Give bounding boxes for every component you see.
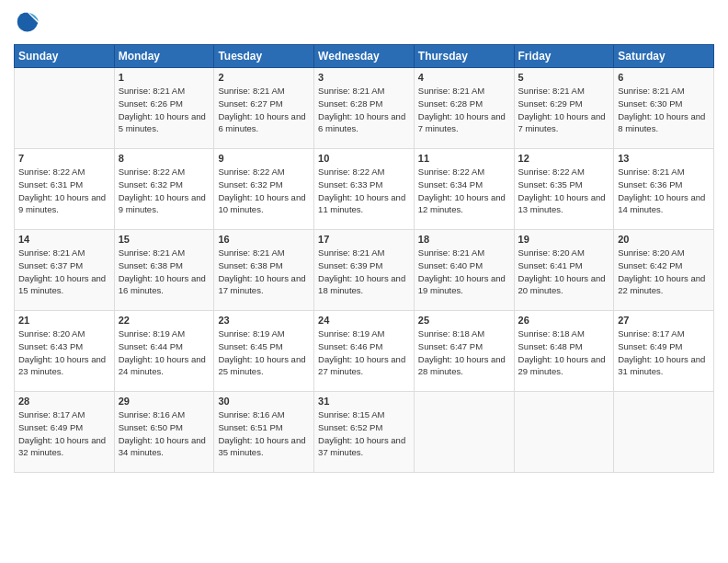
calendar-cell <box>414 392 514 473</box>
calendar-week-row: 28Sunrise: 8:17 AMSunset: 6:49 PMDayligh… <box>15 392 714 473</box>
weekday-header-saturday: Saturday <box>614 45 714 68</box>
weekday-header-row: SundayMondayTuesdayWednesdayThursdayFrid… <box>15 45 714 68</box>
day-info: Sunrise: 8:21 AMSunset: 6:36 PMDaylight:… <box>618 166 710 216</box>
sunrise: Sunrise: 8:21 AM <box>618 86 684 96</box>
sunset: Sunset: 6:40 PM <box>418 260 483 270</box>
day-info: Sunrise: 8:21 AMSunset: 6:28 PMDaylight:… <box>318 85 410 135</box>
calendar-cell: 18Sunrise: 8:21 AMSunset: 6:40 PMDayligh… <box>414 230 514 311</box>
daylight: Daylight: 10 hours and 19 minutes. <box>418 273 506 296</box>
day-info: Sunrise: 8:19 AMSunset: 6:45 PMDaylight:… <box>218 327 310 378</box>
day-info: Sunrise: 8:22 AMSunset: 6:35 PMDaylight:… <box>518 166 610 216</box>
day-info: Sunrise: 8:19 AMSunset: 6:46 PMDaylight:… <box>318 327 410 378</box>
daylight: Daylight: 10 hours and 6 minutes. <box>218 111 305 134</box>
sunrise: Sunrise: 8:21 AM <box>18 247 85 258</box>
calendar-cell: 6Sunrise: 8:21 AMSunset: 6:30 PMDaylight… <box>614 68 714 149</box>
sunset: Sunset: 6:26 PM <box>119 98 183 109</box>
sunset: Sunset: 6:34 PM <box>418 179 483 190</box>
sunset: Sunset: 6:45 PM <box>218 341 282 351</box>
daylight: Daylight: 10 hours and 34 minutes. <box>119 435 206 458</box>
sunrise: Sunrise: 8:22 AM <box>218 167 284 177</box>
sunset: Sunset: 6:39 PM <box>318 260 382 270</box>
calendar-cell: 4Sunrise: 8:21 AMSunset: 6:28 PMDaylight… <box>414 68 514 149</box>
day-info: Sunrise: 8:15 AMSunset: 6:52 PMDaylight:… <box>318 408 410 459</box>
sunset: Sunset: 6:27 PM <box>218 98 282 109</box>
sunrise: Sunrise: 8:21 AM <box>418 247 484 258</box>
day-number: 13 <box>618 153 710 164</box>
day-number: 17 <box>318 234 410 245</box>
calendar-cell: 17Sunrise: 8:21 AMSunset: 6:39 PMDayligh… <box>314 230 415 311</box>
day-info: Sunrise: 8:18 AMSunset: 6:47 PMDaylight:… <box>418 327 510 378</box>
day-info: Sunrise: 8:20 AMSunset: 6:43 PMDaylight:… <box>18 327 110 378</box>
page-header <box>14 9 714 37</box>
calendar-cell: 19Sunrise: 8:20 AMSunset: 6:41 PMDayligh… <box>514 230 614 311</box>
daylight: Daylight: 10 hours and 15 minutes. <box>18 273 106 296</box>
day-number: 23 <box>218 315 310 326</box>
day-number: 29 <box>119 396 210 407</box>
day-number: 5 <box>518 72 610 83</box>
daylight: Daylight: 10 hours and 24 minutes. <box>119 354 206 377</box>
weekday-header-monday: Monday <box>114 45 214 68</box>
weekday-header-tuesday: Tuesday <box>214 45 314 68</box>
daylight: Daylight: 10 hours and 17 minutes. <box>218 273 305 296</box>
day-info: Sunrise: 8:22 AMSunset: 6:32 PMDaylight:… <box>119 166 210 216</box>
daylight: Daylight: 10 hours and 9 minutes. <box>119 192 206 215</box>
day-info: Sunrise: 8:21 AMSunset: 6:37 PMDaylight:… <box>18 247 110 297</box>
daylight: Daylight: 10 hours and 35 minutes. <box>218 435 305 458</box>
sunrise: Sunrise: 8:21 AM <box>618 167 684 177</box>
day-info: Sunrise: 8:16 AMSunset: 6:50 PMDaylight:… <box>119 408 210 459</box>
day-info: Sunrise: 8:16 AMSunset: 6:51 PMDaylight:… <box>218 408 310 459</box>
calendar-cell: 23Sunrise: 8:19 AMSunset: 6:45 PMDayligh… <box>214 311 314 392</box>
sunset: Sunset: 6:28 PM <box>318 98 382 109</box>
day-number: 11 <box>418 153 510 164</box>
calendar-cell <box>514 392 614 473</box>
calendar-cell: 1Sunrise: 8:21 AMSunset: 6:26 PMDaylight… <box>114 68 214 149</box>
sunset: Sunset: 6:30 PM <box>618 98 682 109</box>
sunrise: Sunrise: 8:20 AM <box>618 247 684 258</box>
daylight: Daylight: 10 hours and 31 minutes. <box>618 354 705 377</box>
daylight: Daylight: 10 hours and 11 minutes. <box>318 192 405 215</box>
day-number: 30 <box>218 396 310 407</box>
sunrise: Sunrise: 8:18 AM <box>518 328 585 339</box>
sunrise: Sunrise: 8:21 AM <box>119 86 185 96</box>
daylight: Daylight: 10 hours and 37 minutes. <box>318 435 405 458</box>
calendar-cell: 21Sunrise: 8:20 AMSunset: 6:43 PMDayligh… <box>15 311 115 392</box>
day-number: 31 <box>318 396 410 407</box>
sunset: Sunset: 6:52 PM <box>318 422 382 432</box>
sunrise: Sunrise: 8:17 AM <box>18 409 85 419</box>
day-info: Sunrise: 8:19 AMSunset: 6:44 PMDaylight:… <box>119 327 210 378</box>
day-info: Sunrise: 8:22 AMSunset: 6:31 PMDaylight:… <box>18 166 110 216</box>
daylight: Daylight: 10 hours and 27 minutes. <box>318 354 405 377</box>
day-info: Sunrise: 8:21 AMSunset: 6:38 PMDaylight:… <box>218 247 310 297</box>
calendar-cell: 13Sunrise: 8:21 AMSunset: 6:36 PMDayligh… <box>614 149 714 230</box>
calendar-cell: 22Sunrise: 8:19 AMSunset: 6:44 PMDayligh… <box>114 311 214 392</box>
calendar-cell: 9Sunrise: 8:22 AMSunset: 6:32 PMDaylight… <box>214 149 314 230</box>
calendar-cell: 31Sunrise: 8:15 AMSunset: 6:52 PMDayligh… <box>314 392 415 473</box>
sunrise: Sunrise: 8:22 AM <box>318 167 384 177</box>
day-number: 1 <box>119 72 210 83</box>
calendar-cell <box>614 392 714 473</box>
calendar-cell: 2Sunrise: 8:21 AMSunset: 6:27 PMDaylight… <box>214 68 314 149</box>
sunset: Sunset: 6:38 PM <box>218 260 282 270</box>
sunset: Sunset: 6:43 PM <box>18 341 83 351</box>
calendar-cell: 16Sunrise: 8:21 AMSunset: 6:38 PMDayligh… <box>214 230 314 311</box>
daylight: Daylight: 10 hours and 22 minutes. <box>618 273 705 296</box>
day-number: 20 <box>618 234 710 245</box>
sunset: Sunset: 6:31 PM <box>18 179 83 190</box>
daylight: Daylight: 10 hours and 9 minutes. <box>18 192 106 215</box>
daylight: Daylight: 10 hours and 13 minutes. <box>518 192 606 215</box>
day-number: 10 <box>318 153 410 164</box>
calendar-cell: 27Sunrise: 8:17 AMSunset: 6:49 PMDayligh… <box>614 311 714 392</box>
day-number: 21 <box>18 315 110 326</box>
daylight: Daylight: 10 hours and 5 minutes. <box>119 111 206 134</box>
calendar-week-row: 7Sunrise: 8:22 AMSunset: 6:31 PMDaylight… <box>15 149 714 230</box>
sunset: Sunset: 6:49 PM <box>618 341 682 351</box>
daylight: Daylight: 10 hours and 28 minutes. <box>418 354 506 377</box>
sunset: Sunset: 6:47 PM <box>418 341 483 351</box>
day-number: 14 <box>18 234 110 245</box>
daylight: Daylight: 10 hours and 7 minutes. <box>518 111 606 134</box>
calendar-cell: 25Sunrise: 8:18 AMSunset: 6:47 PMDayligh… <box>414 311 514 392</box>
calendar-week-row: 21Sunrise: 8:20 AMSunset: 6:43 PMDayligh… <box>15 311 714 392</box>
daylight: Daylight: 10 hours and 10 minutes. <box>218 192 305 215</box>
sunrise: Sunrise: 8:20 AM <box>518 247 585 258</box>
calendar-cell: 15Sunrise: 8:21 AMSunset: 6:38 PMDayligh… <box>114 230 214 311</box>
